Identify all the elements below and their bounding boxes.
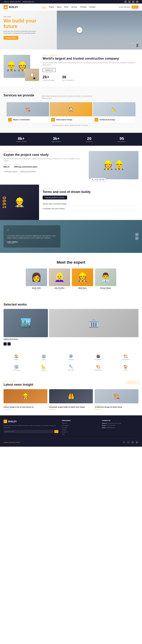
stats-item-1: 3k+ Happy customers [51,136,61,142]
footer-link-projects[interactable]: Our Projects [62,425,99,426]
blog-card-1: 🦺 Construction Systematic project helps … [49,389,93,410]
team-label: OUR TEAM [4,258,138,260]
team-card-1: 👱‍♀️ July Peroflue Designer [49,268,70,290]
nav-link-portfolio[interactable]: Portfolio [80,6,87,8]
team-avatar-1: 👱‍♀️ [49,268,70,286]
services-next-arrow[interactable]: › [136,111,138,114]
nav-link-contact[interactable]: Contact [89,6,95,8]
case-description: We have continuously done design project… [4,158,85,162]
footer-link-contact[interactable]: Contact Us [62,431,99,432]
service-card-2: 📐 ✏️ Architectural Design [93,102,135,123]
works-next-btn[interactable]: › [8,342,11,346]
nav-link-service[interactable]: Service [71,6,77,8]
footer-email-input[interactable] [4,430,54,433]
case-title: Explan the project case study [4,153,85,157]
hero-cta-button[interactable]: Explore Now [4,36,18,40]
nav-link-work[interactable]: Work [64,6,68,8]
hero-play-button[interactable] [77,27,82,33]
services-section: WHAT WE DO Services we provide World's o… [0,86,142,133]
footer-social-yt[interactable]: ▶ [135,441,138,444]
terms-item-0[interactable]: Will give high conventional design + [43,202,138,206]
terms-section: 1990 👷 OVERVIEW Terms and cost of dream … [0,184,142,220]
blog-read-1[interactable]: Read More → [49,409,93,410]
hero-overlay-text: bootstraprab.com / bootstraprab IT [57,12,85,14]
blog-img-emoji-1: 🦺 [68,393,74,399]
footer-social-tw[interactable]: t [127,441,130,444]
footer-link-about[interactable]: About Us [62,423,99,424]
services-prev-arrow[interactable]: ‹ [4,111,6,114]
blog-read-0[interactable]: Read More → [4,409,47,410]
case-field-value-1: Offering construction plans [14,166,37,168]
blog-section: BLOG & NEWS Latest news insight Browse A… [0,376,142,415]
service-icon-0: 🔨 [8,118,12,122]
nav-link-pages[interactable]: Pages [49,6,54,8]
footer-link-services[interactable]: Services [62,429,99,430]
case-field-label-1: Region [14,164,37,165]
cat-item-3[interactable]: 🏚️ Residential [85,352,111,362]
stat-projects-num: 2k+ [43,75,55,80]
case-field-value-0: Mark R [4,166,9,168]
nav-link-about[interactable]: About [57,6,61,8]
works-main-type: Architecture [4,340,48,341]
cat-icon-7: 🔧 [59,364,83,369]
cat-item-2[interactable]: ⚙️ Industrial [58,352,84,362]
cat-item-5[interactable]: 🏢 Commercial [4,363,29,372]
blog-read-2[interactable]: Read More → [95,409,138,410]
phone-icon: 📞 [92,179,94,180]
terms-cta-button[interactable]: Get any product or service [43,196,67,200]
blog-title: Latest news insight [4,383,33,387]
cat-item-7[interactable]: 🔧 Renovation [58,363,84,372]
cat-label-9: Realty [113,370,138,371]
team-name-2: Mark Harry [72,287,93,289]
top-bar-phone: Call Us: +0380 139 700 [4,1,20,3]
testimonial-next-btn[interactable]: ▼ [135,237,138,240]
blog-browse-button[interactable]: Browse All → [127,381,138,384]
social-icon-tw[interactable]: t [128,0,131,3]
stats-bar: 8k+ Projects completed 3k+ Happy custome… [0,133,142,146]
cat-icon-0: 🏠 [4,354,29,358]
cat-item-4[interactable]: 🏗️ Construction [113,352,138,362]
team-header: OUR TEAM Meet the expert [4,258,138,265]
footer-link-team[interactable]: Our Team [62,427,99,428]
terms-item-text-0: Will give high conventional design [43,203,66,205]
works-main: 🏙️ Salmon-Dev House Architecture ‹ › [4,309,48,346]
stat-experience: 36 Years of experience [62,75,74,81]
terms-item-1[interactable]: Competition and value analysis + [43,206,138,211]
blog-grid: 👷 Design Interior design is the art and … [4,389,138,410]
case-content: OUR PROJECTS Explan the project case stu… [4,151,85,179]
works-side-emoji: 🏛️ [88,318,99,328]
blog-category-0: Design [4,404,47,406]
cat-item-1[interactable]: 🏢 Sellers [31,352,57,362]
social-icon-in[interactable]: in [132,0,134,3]
testimonial-section: " Lorem ipsum dolor sit amet consectetur… [0,220,142,253]
footer-subscribe-btn[interactable]: → [54,430,58,433]
about-explore-button[interactable]: Explore Us [43,68,56,72]
hero-description: Builds with over 30 years of experience … [4,30,39,34]
team-role-1: Designer [49,289,70,290]
service-img-2: 📐 [93,102,135,116]
footer-copyright: All rights reserved by Themex [4,442,20,443]
works-prev-btn[interactable]: ‹ [4,342,7,346]
social-icon-yt[interactable]: ▶ [136,0,138,3]
footer-link-blog[interactable]: Blog [62,434,99,435]
team-role-2: Architect [72,289,93,290]
cat-item-9[interactable]: 🏠 Realty [113,363,138,372]
footer-social-in[interactable]: in [131,441,134,444]
hero-section: bootstraprab.com / bootstraprab IT WELCO… [0,10,142,50]
nav-lang-btn[interactable]: En + [131,6,138,9]
case-tag-1: Offering construction plans [20,171,36,172]
services-header: WHAT WE DO Services we provide World's o… [4,92,138,100]
case-field-0: Project Lead Mark R [4,164,11,168]
cat-item-6[interactable]: 📐 Design [31,363,57,372]
service-info-1: 🏡 Home Interior Design [50,116,92,123]
cat-icon-8: 🏗️ [86,364,111,369]
testimonial-prev-btn[interactable]: ▲ [135,233,138,236]
footer-social-fb[interactable]: f [122,441,126,444]
testimonial-card: " Lorem ipsum dolor sit amet consectetur… [4,225,60,248]
cat-item-0[interactable]: 🏠 Buyers [4,352,29,362]
nav-link-home[interactable]: Home [41,6,46,8]
hero-dot-1 [132,43,133,44]
social-icon-fb[interactable]: f [124,0,127,3]
blog-title-1: Systematic project helps to match more i… [49,406,93,408]
cat-item-8[interactable]: 🏗️ Development [85,363,111,372]
